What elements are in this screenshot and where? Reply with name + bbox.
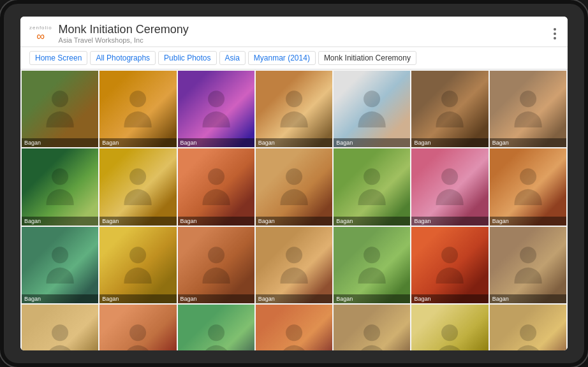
header-left: zenfolio ∞ Monk Initiation Ceremony Asia…	[29, 23, 189, 44]
list-item[interactable]: Bagan	[99, 148, 176, 225]
list-item[interactable]: Bagan	[178, 305, 254, 350]
list-item[interactable]: Bagan	[334, 148, 410, 225]
photo-silhouette	[411, 305, 488, 350]
breadcrumb: Home ScreenAll PhotographsPublic PhotosA…	[20, 47, 568, 69]
photo-silhouette	[490, 227, 566, 303]
svg-point-2	[208, 90, 224, 107]
photo-silhouette	[334, 71, 410, 147]
list-item[interactable]: Bagan	[99, 71, 176, 147]
photo-silhouette	[22, 305, 98, 350]
list-item[interactable]: Bagan	[22, 71, 98, 147]
svg-point-3	[286, 90, 302, 107]
photo-silhouette	[178, 227, 254, 303]
svg-point-22	[129, 324, 146, 341]
svg-point-0	[52, 90, 68, 107]
breadcrumb-item[interactable]: Asia	[219, 51, 246, 65]
list-item[interactable]: Bagan	[22, 148, 98, 225]
photo-silhouette	[411, 227, 488, 303]
header-title-group: Monk Initiation Ceremony Asia Travel Wor…	[59, 23, 189, 44]
svg-point-1	[129, 90, 146, 107]
photo-silhouette	[22, 71, 98, 147]
photo-grid-container[interactable]: Bagan Bagan Bagan Bagan Bagan Bagan Baga…	[20, 69, 568, 350]
page-subtitle: Asia Travel Workshops, Inc	[59, 36, 189, 44]
list-item[interactable]: Bagan	[256, 305, 332, 350]
list-item[interactable]: Bagan	[411, 305, 488, 350]
svg-point-7	[52, 169, 68, 185]
list-item[interactable]: Bagan	[490, 148, 566, 225]
photo-silhouette	[256, 227, 332, 303]
list-item[interactable]: Bagan	[178, 148, 254, 225]
photo-silhouette	[256, 148, 332, 225]
list-item[interactable]: Bagan	[256, 71, 332, 147]
svg-point-23	[208, 324, 224, 341]
breadcrumb-item[interactable]: Myanmar (2014)	[248, 51, 316, 65]
device-screen: zenfolio ∞ Monk Initiation Ceremony Asia…	[20, 17, 568, 350]
photo-silhouette	[256, 305, 332, 350]
svg-point-13	[520, 169, 536, 185]
svg-point-20	[520, 247, 536, 263]
list-item[interactable]: Bagan	[99, 305, 176, 350]
photo-silhouette	[490, 305, 566, 350]
list-item[interactable]: Bagan	[334, 227, 410, 303]
photo-silhouette	[411, 148, 488, 225]
svg-point-25	[364, 324, 380, 341]
list-item[interactable]: Bagan	[256, 148, 332, 225]
photo-silhouette	[178, 71, 254, 147]
photo-silhouette	[334, 305, 410, 350]
photo-location-label: Bagan	[256, 138, 332, 147]
svg-point-8	[129, 169, 146, 185]
photo-location-label: Bagan	[490, 138, 566, 147]
more-options-button[interactable]	[551, 25, 559, 42]
svg-point-17	[286, 247, 302, 263]
photo-location-label: Bagan	[178, 138, 254, 147]
list-item[interactable]: Bagan	[22, 227, 98, 303]
list-item[interactable]: Bagan	[99, 227, 176, 303]
photo-silhouette	[99, 305, 176, 350]
breadcrumb-item[interactable]: All Photographs	[90, 51, 156, 65]
photo-location-label: Bagan	[411, 294, 488, 303]
list-item[interactable]: Bagan	[411, 227, 488, 303]
photo-silhouette	[99, 148, 176, 225]
photo-location-label: Bagan	[256, 294, 332, 303]
svg-point-19	[442, 247, 459, 263]
svg-point-18	[364, 247, 380, 263]
list-item[interactable]: Bagan	[411, 148, 488, 225]
photo-silhouette	[256, 71, 332, 147]
photo-location-label: Bagan	[99, 138, 176, 147]
list-item[interactable]: Bagan	[411, 71, 488, 147]
photo-silhouette	[411, 71, 488, 147]
list-item[interactable]: Bagan	[334, 71, 410, 147]
breadcrumb-item[interactable]: Monk Initiation Ceremony	[318, 51, 416, 65]
svg-point-4	[364, 90, 380, 107]
photo-location-label: Bagan	[22, 138, 98, 147]
breadcrumb-item[interactable]: Home Screen	[29, 51, 87, 65]
list-item[interactable]: Bagan	[490, 71, 566, 147]
svg-point-5	[442, 90, 459, 107]
list-item[interactable]: Bagan	[490, 305, 566, 350]
list-item[interactable]: Bagan	[490, 227, 566, 303]
list-item[interactable]: Bagan	[256, 227, 332, 303]
photo-silhouette	[99, 71, 176, 147]
zenfolio-logo: zenfolio ∞	[29, 25, 52, 42]
list-item[interactable]: Bagan	[178, 71, 254, 147]
menu-dot-2	[554, 32, 556, 35]
photo-silhouette	[490, 71, 566, 147]
photo-silhouette	[22, 227, 98, 303]
list-item[interactable]: Bagan	[178, 227, 254, 303]
photo-location-label: Bagan	[411, 138, 488, 147]
photo-location-label: Bagan	[490, 217, 566, 226]
photo-location-label: Bagan	[256, 217, 332, 226]
zenfolio-infinity-icon: ∞	[36, 31, 45, 42]
photo-location-label: Bagan	[99, 217, 176, 226]
svg-point-11	[364, 169, 380, 185]
svg-point-12	[442, 169, 459, 185]
breadcrumb-item[interactable]: Public Photos	[158, 51, 216, 65]
list-item[interactable]: Bagan	[334, 305, 410, 350]
svg-point-16	[208, 247, 224, 263]
photo-location-label: Bagan	[178, 294, 254, 303]
photo-location-label: Bagan	[334, 217, 410, 226]
menu-dot-3	[554, 37, 556, 40]
photo-silhouette	[178, 148, 254, 225]
list-item[interactable]: Bagan	[22, 305, 98, 350]
svg-point-24	[286, 324, 302, 341]
